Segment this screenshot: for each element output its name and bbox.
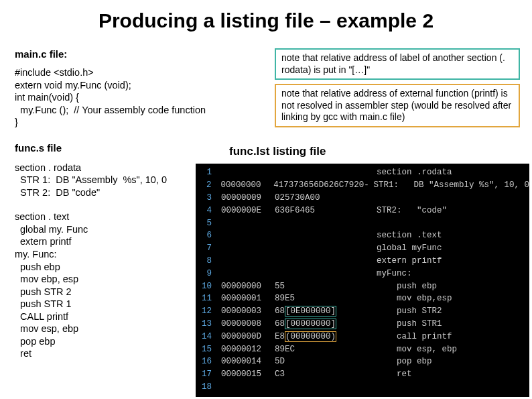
address: 00000014 [221, 357, 275, 366]
listing-row: 100000000055 push ebp [196, 280, 529, 292]
hex-bytes: 417373656D626C7920- [273, 180, 373, 190]
address: 0000000D [221, 332, 275, 341]
listing-row: 130000000868[00000000] push STR1 [196, 318, 529, 331]
line-number: 4 [196, 206, 221, 215]
line-number: 13 [196, 319, 221, 329]
listing-row: 300000009025730A00 [196, 192, 529, 205]
listing-row: 6section .text [196, 229, 529, 242]
address: 00000001 [221, 294, 275, 303]
listing-row: 9myFunc: [196, 267, 529, 280]
line-number: 2 [196, 180, 221, 190]
asm-text: section .text [377, 231, 529, 240]
asm-text: pop ebp [377, 357, 529, 366]
asm-text: ret [377, 369, 529, 379]
line-number: 17 [196, 369, 221, 379]
asm-text: STR2: "code" [377, 206, 529, 215]
asm-text: push ebp [377, 282, 529, 291]
address: 00000003 [221, 306, 275, 316]
asm-text: push STR1 [377, 319, 529, 329]
listing-row: 110000000189E5 mov ebp,esp [196, 292, 529, 305]
line-number: 7 [196, 243, 221, 253]
asm-text: extern printf [377, 256, 529, 266]
listing-row: 140000000DE8(00000000) call printf [196, 330, 529, 343]
hex-bytes: 68[00000000] [275, 319, 377, 329]
right-column: note that relative address of label of a… [275, 48, 520, 131]
listing-row: 7global myFunc [196, 242, 529, 255]
line-number: 1 [196, 168, 221, 177]
mainc-label: main.c file: [15, 48, 266, 60]
hex-bytes: 68[0E000000] [275, 306, 377, 317]
address: 0000000E [221, 206, 275, 215]
hex-bytes: E8(00000000) [275, 331, 377, 342]
address: 00000012 [221, 345, 275, 354]
terminal-listing: 1section .rodata200000000417373656D626C7… [196, 164, 529, 397]
listing-label: func.lst listing file [229, 145, 326, 158]
listing-row: 5 [196, 217, 529, 229]
listing-row: 40000000E636F6465STR2: "code" [196, 204, 529, 217]
line-number: 12 [196, 306, 221, 316]
listing-row: 16000000145D pop ebp [196, 355, 529, 368]
funcs-label: func.s file [15, 142, 266, 154]
listing-row: 1section .rodata [196, 166, 529, 179]
line-number: 16 [196, 357, 221, 366]
address: 00000015 [221, 369, 275, 379]
address: 00000000 [221, 282, 275, 291]
listing-row: 120000000368[0E000000] push STR2 [196, 305, 529, 318]
note-teal: note that relative address of label of a… [275, 48, 520, 80]
hex-bytes: 5D [275, 357, 377, 366]
line-number: 6 [196, 231, 221, 240]
hex-bytes: 025730A00 [275, 193, 377, 203]
line-number: 5 [196, 219, 221, 228]
asm-text: call printf [377, 332, 529, 341]
address: 00000008 [221, 319, 275, 329]
hex-bytes: 89E5 [275, 294, 377, 303]
asm-text: mov ebp,esp [377, 294, 529, 303]
line-number: 18 [196, 382, 221, 392]
rodata-ref-box: [00000000] [285, 319, 336, 329]
line-number: 15 [196, 345, 221, 354]
hex-bytes: 636F6465 [275, 206, 377, 215]
asm-text: myFunc: [377, 269, 529, 278]
line-number: 11 [196, 294, 221, 303]
listing-row: 18 [196, 381, 529, 394]
hex-bytes: 89EC [275, 345, 377, 354]
listing-row: 150000001289EC mov esp, ebp [196, 343, 529, 355]
asm-text: STR1: DB "Assembly %s", 10, 0 [373, 180, 529, 190]
listing-row: 8extern printf [196, 255, 529, 268]
line-number: 10 [196, 282, 221, 291]
line-number: 14 [196, 332, 221, 341]
extern-ref-box: (00000000) [285, 331, 336, 342]
line-number: 9 [196, 269, 221, 278]
listing-row: 1700000015C3 ret [196, 368, 529, 381]
mainc-code: #include <stdio.h> extern void my.Func (… [15, 66, 266, 129]
address: 00000000 [221, 180, 274, 190]
asm-text: section .rodata [377, 168, 529, 177]
asm-text: push STR2 [377, 306, 529, 316]
asm-text: mov esp, ebp [377, 345, 529, 354]
hex-bytes: C3 [275, 369, 377, 379]
rodata-ref-box: [0E000000] [285, 306, 336, 317]
address: 00000009 [221, 193, 275, 203]
note-orange: note that relative address of external f… [275, 84, 520, 127]
line-number: 3 [196, 193, 221, 203]
listing-row: 200000000417373656D626C7920-STR1: DB "As… [196, 179, 529, 192]
page-title: Producing a listing file – example 2 [0, 9, 532, 32]
line-number: 8 [196, 256, 221, 266]
hex-bytes: 55 [275, 282, 377, 291]
asm-text: global myFunc [377, 243, 529, 253]
